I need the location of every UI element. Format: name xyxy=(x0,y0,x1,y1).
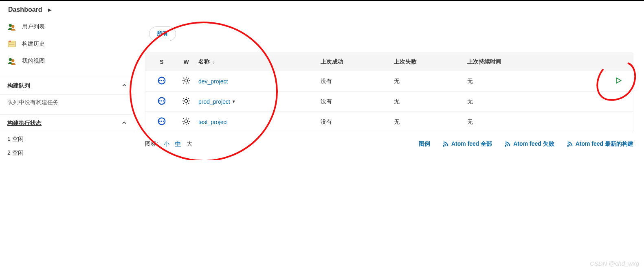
svg-point-8 xyxy=(159,80,160,81)
svg-line-44 xyxy=(188,123,189,124)
svg-line-19 xyxy=(188,78,189,79)
sidebar: 用户列表 构建历史 我的视图 构建队列 队列中没有构建任务 构建执行状态 xyxy=(0,18,134,160)
last-failure: 无 xyxy=(394,98,467,105)
last-success: 没有 xyxy=(321,118,394,126)
build-now-button[interactable] xyxy=(614,76,622,85)
history-icon xyxy=(7,39,16,48)
last-failure: 无 xyxy=(394,78,467,85)
atom-feed-fail[interactable]: Atom feed 失败 xyxy=(504,140,554,148)
size-medium[interactable]: 中 xyxy=(175,140,181,148)
svg-point-11 xyxy=(185,79,187,82)
svg-line-43 xyxy=(183,118,184,119)
executor-item: 2 空闲 xyxy=(0,146,134,160)
svg-point-36 xyxy=(161,121,163,122)
svg-point-49 xyxy=(567,146,568,146)
svg-point-38 xyxy=(185,120,187,122)
svg-line-18 xyxy=(183,83,184,83)
atom-feed-latest[interactable]: Atom feed 最新的构建 xyxy=(567,140,633,148)
last-success: 没有 xyxy=(321,78,394,85)
build-queue-empty: 队列中没有构建任务 xyxy=(0,95,134,110)
svg-point-10 xyxy=(163,80,164,81)
chevron-down-icon[interactable]: ▼ xyxy=(232,99,236,104)
chevron-right-icon: ▶ xyxy=(48,7,51,13)
svg-marker-20 xyxy=(616,78,621,83)
col-header-last-success[interactable]: 上次成功 xyxy=(321,58,394,66)
sidebar-item-users[interactable]: 用户列表 xyxy=(0,18,134,35)
svg-point-22 xyxy=(159,101,160,102)
svg-point-5 xyxy=(9,58,12,61)
col-header-last-duration[interactable]: 上次持续时间 xyxy=(467,58,592,66)
breadcrumb: Dashboard ▶ xyxy=(0,1,644,18)
size-small[interactable]: 小 xyxy=(164,140,169,148)
svg-point-6 xyxy=(11,59,14,62)
col-header-status[interactable]: S xyxy=(149,59,174,65)
rss-icon xyxy=(504,141,511,147)
col-header-name[interactable]: 名称 ↓ xyxy=(198,58,321,66)
main-content: 所有 S W 名称 ↓ 上次成功 上次失败 上次持续时间 dev_project… xyxy=(134,18,644,160)
job-name-link[interactable]: test_project xyxy=(198,119,228,125)
users-icon xyxy=(7,57,16,66)
weather-sunny-icon[interactable] xyxy=(182,76,191,85)
sidebar-item-build-history[interactable]: 构建历史 xyxy=(0,35,134,52)
status-notbuilt-icon[interactable] xyxy=(157,117,166,126)
page-title[interactable]: Dashboard xyxy=(8,6,42,13)
icon-size-picker: 图标: 小 中 大 xyxy=(145,140,192,148)
weather-sunny-icon[interactable] xyxy=(182,117,191,126)
col-header-last-failure[interactable]: 上次失败 xyxy=(394,58,467,66)
tab-all[interactable]: 所有 xyxy=(149,26,176,41)
svg-rect-2 xyxy=(8,41,15,47)
size-large[interactable]: 大 xyxy=(187,140,192,148)
last-duration: 无 xyxy=(467,118,592,126)
table-row: dev_project没有无无 xyxy=(145,71,633,91)
svg-line-46 xyxy=(188,118,189,119)
svg-point-25 xyxy=(185,99,187,102)
svg-point-9 xyxy=(161,80,163,81)
svg-point-48 xyxy=(506,146,506,146)
table-row: test_project没有无无 xyxy=(145,111,633,132)
sidebar-item-label: 构建历史 xyxy=(22,40,45,48)
svg-line-16 xyxy=(183,78,184,79)
table-header-row: S W 名称 ↓ 上次成功 上次失败 上次持续时间 xyxy=(145,53,633,71)
svg-line-45 xyxy=(183,123,184,124)
last-duration: 无 xyxy=(467,98,592,105)
legend-link[interactable]: 图例 xyxy=(419,140,430,148)
svg-line-31 xyxy=(188,103,189,104)
job-name-link[interactable]: prod_project ▼ xyxy=(198,98,236,105)
last-duration: 无 xyxy=(467,78,592,85)
sidebar-item-my-views[interactable]: 我的视图 xyxy=(0,52,134,70)
svg-point-0 xyxy=(9,24,12,27)
sort-down-icon: ↓ xyxy=(212,59,215,64)
sidebar-item-label: 我的视图 xyxy=(22,57,45,65)
build-queue-header[interactable]: 构建队列 xyxy=(0,77,134,95)
rss-icon xyxy=(567,141,573,147)
sidebar-item-label: 用户列表 xyxy=(22,23,45,31)
job-name-link[interactable]: dev_project xyxy=(198,78,228,85)
svg-line-32 xyxy=(183,103,184,104)
last-success: 没有 xyxy=(321,98,394,105)
svg-point-24 xyxy=(163,101,164,102)
svg-point-1 xyxy=(11,25,14,28)
last-failure: 无 xyxy=(394,118,467,126)
status-notbuilt-icon[interactable] xyxy=(157,76,166,85)
svg-line-33 xyxy=(188,98,189,99)
svg-point-47 xyxy=(443,146,444,146)
table-row: prod_project ▼没有无无 xyxy=(145,91,633,111)
weather-sunny-icon[interactable] xyxy=(182,96,191,105)
svg-line-17 xyxy=(188,83,189,83)
chevron-up-icon xyxy=(121,83,127,90)
rss-icon xyxy=(442,141,449,147)
svg-point-23 xyxy=(161,101,163,102)
executor-status-header[interactable]: 构建执行状态 xyxy=(0,114,134,132)
chevron-up-icon xyxy=(121,120,127,127)
col-header-weather[interactable]: W xyxy=(174,59,198,65)
svg-point-35 xyxy=(159,121,160,122)
users-icon xyxy=(7,22,16,31)
svg-line-30 xyxy=(183,98,184,99)
status-notbuilt-icon[interactable] xyxy=(157,96,166,105)
job-table: S W 名称 ↓ 上次成功 上次失败 上次持续时间 dev_project没有无… xyxy=(145,52,633,132)
atom-feed-all[interactable]: Atom feed 全部 xyxy=(442,140,492,148)
svg-point-37 xyxy=(163,121,164,122)
executor-item: 1 空闲 xyxy=(0,132,134,146)
